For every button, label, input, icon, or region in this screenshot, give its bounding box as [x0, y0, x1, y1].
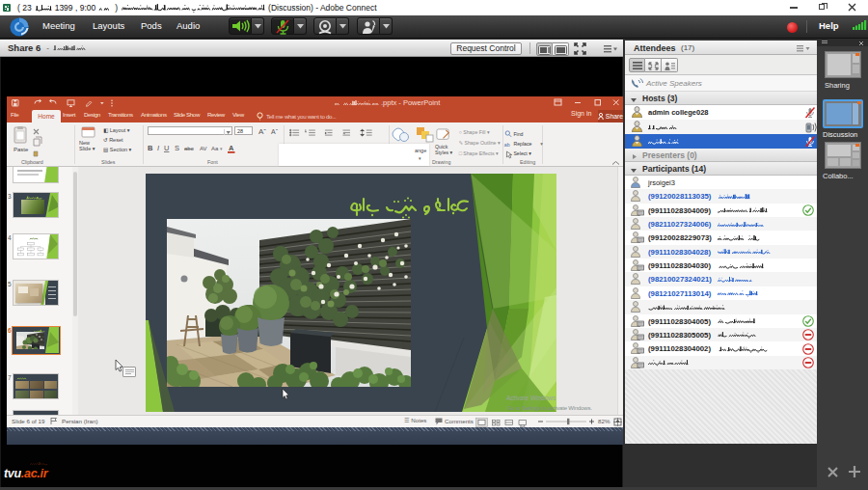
svg-text:Quick: Quick [435, 144, 448, 150]
svg-text:S: S [175, 144, 179, 152]
svg-text:Select ▾: Select ▾ [513, 150, 531, 156]
svg-text:Replace: Replace [513, 141, 531, 147]
svg-text:Aa: Aa [211, 146, 219, 151]
svg-text:A: A [229, 144, 234, 152]
svg-text:ab: ab [504, 142, 510, 148]
svg-text:▾: ▾ [220, 146, 223, 151]
svg-text:▾: ▾ [419, 155, 421, 161]
svg-text:□ Shape Effects ▾: □ Shape Effects ▾ [459, 150, 499, 156]
svg-text:▾: ▾ [540, 141, 543, 147]
svg-text:Paste: Paste [14, 147, 29, 152]
svg-text:Aˇ: Aˇ [271, 128, 279, 135]
svg-text:abc: abc [184, 146, 194, 151]
svg-text:B: B [148, 144, 153, 152]
svg-text:▤ Section ▾: ▤ Section ▾ [103, 147, 132, 152]
svg-text:U: U [164, 144, 169, 152]
svg-text:ange: ange [415, 148, 426, 153]
svg-text:AV: AV [200, 146, 207, 151]
svg-text:◧ Layout ▾: ◧ Layout ▾ [103, 127, 130, 133]
svg-text:I: I [157, 144, 159, 152]
svg-text:Aˆ: Aˆ [258, 127, 266, 136]
svg-text:○ Shape Fill ▾: ○ Shape Fill ▾ [459, 129, 490, 135]
svg-text:Slide ▾: Slide ▾ [79, 146, 95, 151]
svg-text:Find: Find [513, 131, 523, 137]
svg-text:Styles ▾: Styles ▾ [435, 150, 453, 155]
svg-text:✎ Shape Outline ▾: ✎ Shape Outline ▾ [459, 140, 501, 146]
svg-text:↺ Reset: ↺ Reset [103, 137, 123, 143]
